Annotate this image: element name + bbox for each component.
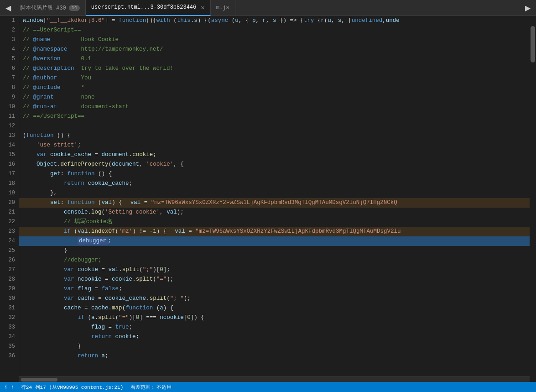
vertical-scrollbar-thumb[interactable] [531,26,535,63]
ln-25: 25 [2,246,15,256]
ln-15: 15 [2,150,15,160]
ln-4: 4 [2,45,15,54]
ln-28: 28 [2,275,15,284]
status-scope-text: 看差范围: 不适用 [130,384,172,391]
code-line-34: return cookie; [19,332,530,342]
vertical-scrollbar[interactable] [530,16,536,382]
code-line-18: return cookie_cache; [19,179,530,188]
code-line-2: // ==UserScript== [19,26,530,35]
ln-33: 33 [2,323,15,332]
tab-userscript-label: userscript.html...3-30df8b823446 [91,4,196,10]
ln-30: 30 [2,294,15,303]
ln-8: 8 [2,83,15,93]
ln-7: 7 [2,73,15,83]
ln-17: 17 [2,169,15,179]
ln-10: 10 [2,102,15,112]
tab-snippets-label: 脚本代码片段 #30 [20,4,66,12]
back-button[interactable]: ◀ [2,1,15,14]
spinner-icon: { } [5,384,14,390]
ln-29: 29 [2,284,15,294]
horizontal-scrollbar[interactable] [19,376,530,382]
ln-12: 12 [2,121,15,131]
code-line-28: var ncookie = cookie.split("="); [19,275,530,284]
code-line-5: // @version 0.1 [19,54,530,64]
code-line-13: (function () { [19,131,530,141]
code-line-27: var cookie = val.split(";")[0]; [19,265,530,275]
tab-mjs[interactable]: m.js [211,0,235,16]
code-line-17: get: function () { [19,169,530,179]
code-line-32: if (a.split("=")[0] === ncookie[0]) { [19,313,530,323]
ln-11: 11 [2,112,15,121]
status-position-text: 行24 列17 (从VM98905 content.js:21) [21,384,123,391]
code-line-15: var cookie_cache = document.cookie; [19,150,530,160]
ln-19: 19 [2,188,15,198]
code-line-19: }, [19,188,530,198]
code-line-23: if (val.indexOf('mz') != -1) { val = "mz… [19,227,530,236]
ln-26: 26 [2,256,15,265]
ln-34: 34 [2,332,15,342]
code-line-35: } [19,342,530,351]
code-line-33: flag = true; [19,323,530,332]
code-line-30: var cache = cookie_cache.split("; "); [19,294,530,303]
code-line-12 [19,121,530,131]
ln-21: 21 [2,208,15,217]
ln-9: 9 [2,93,15,102]
code-line-11: // ==/UserScript== [19,112,530,121]
ln-23: 23 [2,227,15,236]
status-bar: { } 行24 列17 (从VM98905 content.js:21) 看差范… [0,382,536,392]
ln-2: 2 [2,26,15,35]
code-line-29: var flag = false; [19,284,530,294]
tab-snippets-count: 14 [69,5,80,11]
ln-18: 18 [2,179,15,188]
ln-31: 31 [2,303,15,313]
ln-27: 27 [2,265,15,275]
code-line-1: window["__f__lkdkorj8.6"] = function(){w… [19,16,530,26]
code-line-26: //debugger; [19,256,530,265]
ln-35: 35 [2,342,15,351]
code-line-10: // @run-at document-start [19,102,530,112]
code-line-3: // @name Hook Cookie [19,35,530,45]
ln-5: 5 [2,54,15,64]
line-numbers: 1 2 3 4 5 6 7 8 9 10 11 12 13 14 15 16 1… [0,16,19,382]
code-line-22: // 填写cookie名 [19,217,530,227]
tab-userscript[interactable]: userscript.html...3-30df8b823446 ✕ [86,0,211,16]
tab-snippets[interactable]: 脚本代码片段 #30 14 [15,0,86,16]
code-lines[interactable]: window["__f__lkdkorj8.6"] = function(){w… [19,16,530,376]
ln-13: 13 [2,131,15,141]
code-line-21: console.log('Setting cookie', val); [19,208,530,217]
ln-16: 16 [2,160,15,169]
forward-button[interactable]: ▶ [521,1,534,14]
code-line-6: // @description try to take over the wor… [19,64,530,73]
code-line-25: } [19,246,530,256]
ln-3: 3 [2,35,15,45]
code-line-14: 'use strict'; [19,141,530,150]
tab-mjs-label: m.js [216,5,229,11]
code-line-9: // @grant none [19,93,530,102]
code-line-7: // @author You [19,73,530,83]
tab-bar: ◀ 脚本代码片段 #30 14 userscript.html...3-30df… [0,0,536,16]
ln-24: 24 [2,236,15,246]
scrollbar-x-thumb[interactable] [21,378,57,382]
code-line-20: set: function (val) { val = "mz=TW96aWxs… [19,198,530,208]
ln-1: 1 [2,16,15,26]
ln-14: 14 [2,141,15,150]
ln-22: 22 [2,217,15,227]
status-scope: 看差范围: 不适用 [130,384,172,391]
ln-32: 32 [2,313,15,323]
tab-userscript-close[interactable]: ✕ [201,4,204,11]
status-position: 行24 列17 (从VM98905 content.js:21) [21,384,123,391]
code-line-4: // @namespace http://tampermonkey.net/ [19,45,530,54]
code-line-31: cache = cache.map(function (a) { [19,303,530,313]
code-line-36: return a; [19,351,530,361]
code-container: 1 2 3 4 5 6 7 8 9 10 11 12 13 14 15 16 1… [0,16,536,382]
ln-36: 36 [2,351,15,361]
code-line-16: Object.defineProperty(document, 'cookie'… [19,160,530,169]
status-spinner: { } [5,384,14,390]
ln-6: 6 [2,64,15,73]
ln-20: 20 [2,198,15,208]
code-line-8: // @include * [19,83,530,93]
code-line-24: debugger; [19,236,530,246]
